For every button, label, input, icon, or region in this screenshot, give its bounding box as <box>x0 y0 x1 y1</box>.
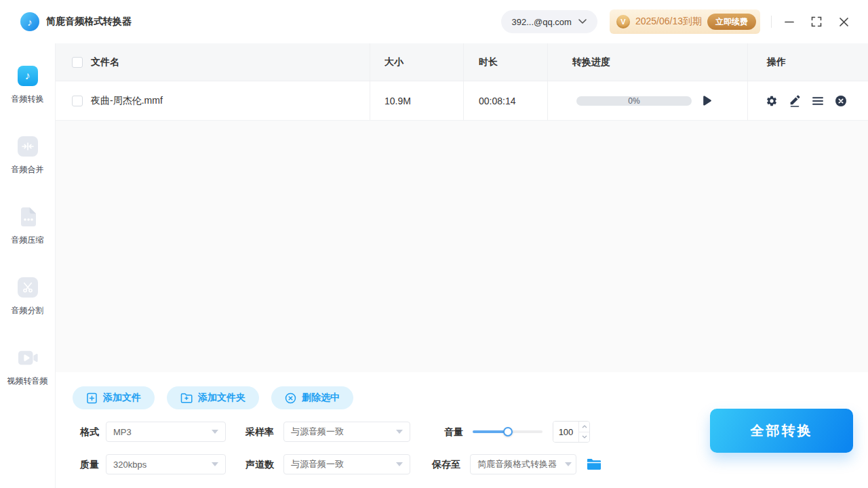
add-file-label: 添加文件 <box>103 392 141 404</box>
compress-file-icon <box>18 207 38 227</box>
row-info-button[interactable] <box>812 95 824 107</box>
play-icon <box>703 96 711 106</box>
close-button[interactable] <box>834 12 853 31</box>
quality-label: 质量 <box>80 454 99 474</box>
column-size: 大小 <box>370 43 463 81</box>
channels-label: 声道数 <box>245 454 274 474</box>
row-delete-button[interactable] <box>835 95 847 107</box>
progress-bar: 0% <box>576 96 692 106</box>
edit-pencil-icon <box>789 94 801 107</box>
sample-rate-label: 采样率 <box>245 422 274 442</box>
row-checkbox[interactable] <box>72 96 83 106</box>
sidebar-item-audio-compress[interactable]: 音频压缩 <box>12 207 44 246</box>
sidebar-item-audio-convert[interactable]: ♪ 音频转换 <box>12 66 44 105</box>
app-title: 简鹿音频格式转换器 <box>46 16 132 28</box>
play-button[interactable] <box>703 96 711 106</box>
column-duration: 时长 <box>463 43 547 81</box>
minimize-button[interactable] <box>780 12 799 31</box>
convert-all-button[interactable]: 全部转换 <box>710 409 853 453</box>
maximize-icon <box>811 16 822 27</box>
scissors-icon <box>18 277 38 298</box>
sidebar-item-label: 音频转换 <box>12 94 44 105</box>
sidebar-item-label: 视频转音频 <box>7 375 48 387</box>
add-folder-label: 添加文件夹 <box>198 392 245 404</box>
title-bar: ♪ 简鹿音频格式转换器 392...@qq.com V 2025/06/13到期… <box>0 0 868 43</box>
music-note-glyph: ♪ <box>25 70 31 82</box>
channels-value: 与源音频一致 <box>291 458 344 470</box>
chevron-down-icon <box>565 462 572 466</box>
volume-numbox <box>553 421 590 443</box>
file-plus-icon <box>86 392 98 404</box>
sidebar-item-audio-merge[interactable]: 音频合并 <box>12 136 44 176</box>
renew-button[interactable]: 立即续费 <box>707 14 756 30</box>
slider-handle[interactable] <box>503 427 513 436</box>
chevron-up-icon <box>582 425 587 428</box>
remove-circle-x-icon <box>835 95 847 107</box>
format-value: MP3 <box>113 427 132 437</box>
file-name: 夜曲-周杰伦.mmf <box>91 95 163 107</box>
account-dropdown[interactable]: 392...@qq.com <box>501 10 597 33</box>
minimize-icon <box>784 16 795 27</box>
save-to-label: 保存至 <box>432 454 460 474</box>
select-all-checkbox[interactable] <box>72 57 83 68</box>
chevron-down-icon <box>212 430 218 434</box>
divider <box>771 16 772 28</box>
file-toolbar: 添加文件 添加文件夹 删除选中 <box>73 386 353 409</box>
music-note-icon: ♪ <box>18 66 38 86</box>
volume-label: 音量 <box>444 422 463 442</box>
chevron-down-icon <box>396 462 403 466</box>
sidebar-item-label: 音频压缩 <box>12 235 44 246</box>
vip-badge-icon: V <box>616 15 630 28</box>
app-logo-icon: ♪ <box>20 12 39 31</box>
save-to-value: 简鹿音频格式转换器 <box>477 458 557 470</box>
volume-slider[interactable] <box>473 422 542 442</box>
sample-rate-value: 与源音频一致 <box>291 426 344 438</box>
sidebar-item-video-to-audio[interactable]: 视频转音频 <box>7 348 48 387</box>
chevron-down-icon <box>396 430 403 434</box>
quality-value: 320kbps <box>113 460 146 470</box>
menu-lines-icon <box>812 95 824 107</box>
sample-rate-select[interactable]: 与源音频一致 <box>283 422 410 442</box>
video-camera-icon <box>18 348 38 368</box>
maximize-button[interactable] <box>807 12 826 31</box>
close-icon <box>839 17 849 27</box>
file-duration: 00:08:14 <box>463 81 547 120</box>
delete-selected-button[interactable]: 删除选中 <box>271 386 353 409</box>
merge-arrows-icon <box>18 136 38 157</box>
gear-icon <box>766 95 778 107</box>
volume-input[interactable] <box>553 422 578 442</box>
chevron-down-icon <box>582 435 587 439</box>
open-folder-icon <box>587 458 601 470</box>
spinner-down-button[interactable] <box>579 432 589 443</box>
progress-label: 0% <box>576 96 692 106</box>
quality-select[interactable]: 320kbps <box>106 454 226 474</box>
volume-spinner <box>578 422 589 442</box>
account-email: 392...@qq.com <box>512 17 572 27</box>
table-row: 夜曲-周杰伦.mmf 10.9M 00:08:14 0% <box>56 81 868 121</box>
channels-select[interactable]: 与源音频一致 <box>283 454 410 474</box>
spinner-up-button[interactable] <box>579 422 589 432</box>
sidebar-item-label: 音频分割 <box>12 305 44 317</box>
file-size: 10.9M <box>370 81 463 120</box>
add-file-button[interactable]: 添加文件 <box>73 386 155 409</box>
sidebar-item-audio-split[interactable]: 音频分割 <box>12 277 44 317</box>
slider-track <box>473 430 542 433</box>
save-to-select[interactable]: 简鹿音频格式转换器 <box>470 454 576 474</box>
chevron-down-icon <box>212 462 218 466</box>
slider-fill <box>473 430 508 433</box>
delete-circle-x-icon <box>285 392 296 404</box>
sidebar: ♪ 音频转换 音频合并 音频压缩 音频分割 视频转音频 <box>0 43 56 488</box>
format-select[interactable]: MP3 <box>106 422 226 442</box>
license-expiry: 2025/06/13到期 <box>635 16 702 28</box>
license-banner: V 2025/06/13到期 立即续费 <box>610 9 760 34</box>
titlebar-right: 392...@qq.com V 2025/06/13到期 立即续费 <box>501 9 868 34</box>
row-settings-button[interactable] <box>766 95 778 107</box>
sidebar-item-label: 音频合并 <box>12 164 44 176</box>
column-filename: 文件名 <box>91 56 119 68</box>
column-progress: 转换进度 <box>547 43 747 81</box>
open-folder-button[interactable] <box>587 458 601 470</box>
add-folder-button[interactable]: 添加文件夹 <box>167 386 259 409</box>
delete-selected-label: 删除选中 <box>302 392 340 404</box>
row-edit-button[interactable] <box>789 94 801 107</box>
music-note-glyph: ♪ <box>27 16 33 28</box>
